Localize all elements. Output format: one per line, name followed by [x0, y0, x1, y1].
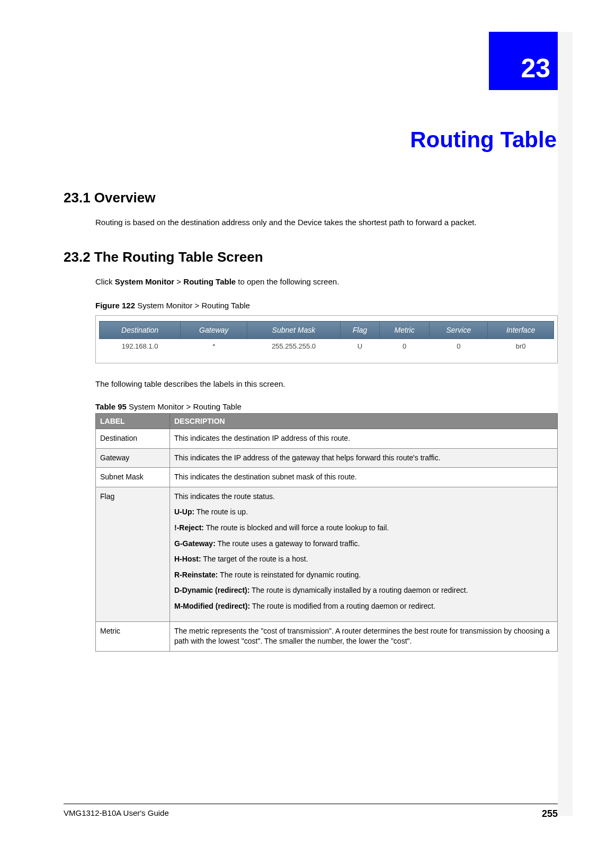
chapter-number-tab: 23: [489, 32, 558, 90]
cell-subnet-mask: 255.255.255.0: [247, 339, 341, 354]
desc-text-flag: This indicates the route status. U-Up: T…: [170, 487, 558, 621]
after-figure-text: The following table describes the labels…: [95, 378, 558, 389]
desc-label: Metric: [96, 621, 170, 651]
overview-paragraph: Routing is based on the destination addr…: [95, 217, 558, 228]
table-label: Table 95: [95, 402, 127, 411]
desc-header-label: LABEL: [96, 414, 170, 429]
routing-table-screenshot: Destination Gateway Subnet Mask Flag Met…: [95, 315, 558, 363]
desc-header-description: DESCRIPTION: [170, 414, 558, 429]
desc-row-destination: Destination This indicates the destinati…: [96, 429, 558, 449]
desc-row-flag: Flag This indicates the route status. U-…: [96, 487, 558, 621]
table-caption-text: System Monitor > Routing Table: [127, 402, 242, 411]
table-row: 192.168.1.0 * 255.255.255.0 U 0 0 br0: [100, 339, 554, 354]
flag-modified: M-Modified (redirect): The route is modi…: [174, 601, 553, 612]
side-strip: [558, 32, 573, 816]
cell-metric: 0: [379, 339, 429, 354]
desc-label: Subnet Mask: [96, 468, 170, 487]
col-flag: Flag: [340, 322, 379, 339]
section-heading-routing-table: 23.2 The Routing Table Screen: [64, 249, 558, 265]
flag-u-up: U-Up: The route is up.: [174, 507, 553, 518]
figure-caption: Figure 122 System Monitor > Routing Tabl…: [95, 301, 558, 310]
chapter-title: Routing Table: [64, 127, 558, 153]
col-gateway: Gateway: [181, 322, 247, 339]
flag-intro: This indicates the route status.: [174, 492, 553, 502]
desc-label: Flag: [96, 487, 170, 621]
flag-reinstate: R-Reinstate: The route is reinstated for…: [174, 570, 553, 581]
desc-header-row: LABEL DESCRIPTION: [96, 414, 558, 429]
intro-suffix: to open the following screen.: [236, 277, 339, 286]
routing-table-grid: Destination Gateway Subnet Mask Flag Met…: [99, 321, 554, 353]
desc-label: Destination: [96, 429, 170, 449]
footer-page-number: 255: [542, 808, 558, 820]
page-footer: VMG1312-B10A User's Guide 255: [64, 804, 558, 820]
chapter-number: 23: [521, 53, 550, 84]
table-header-row: Destination Gateway Subnet Mask Flag Met…: [100, 322, 554, 339]
section-heading-overview: 23.1 Overview: [64, 190, 558, 206]
desc-row-gateway: Gateway This indicates the IP address of…: [96, 448, 558, 468]
cell-flag: U: [340, 339, 379, 354]
cell-gateway: *: [181, 339, 247, 354]
flag-reject: !-Reject: The route is blocked and will …: [174, 523, 553, 533]
desc-text: This indicates the destination IP addres…: [170, 429, 558, 449]
col-interface: Interface: [488, 322, 554, 339]
intro-bold1: System Monitor: [115, 277, 175, 286]
intro-mid: >: [174, 277, 183, 286]
flag-host: H-Host: The target of the route is a hos…: [174, 554, 553, 565]
desc-text: This indicates the IP address of the gat…: [170, 448, 558, 468]
desc-text: The metric represents the "cost of trans…: [170, 621, 558, 651]
figure-label: Figure 122: [95, 301, 135, 310]
intro-bold2: Routing Table: [183, 277, 236, 286]
col-destination: Destination: [100, 322, 181, 339]
figure-caption-text: System Monitor > Routing Table: [135, 301, 250, 310]
table-caption: Table 95 System Monitor > Routing Table: [95, 402, 558, 411]
description-table: LABEL DESCRIPTION Destination This indic…: [95, 413, 558, 652]
flag-dynamic: D-Dynamic (redirect): The route is dynam…: [174, 585, 553, 596]
footer-doc-title: VMG1312-B10A User's Guide: [64, 808, 169, 820]
col-service: Service: [430, 322, 488, 339]
cell-service: 0: [430, 339, 488, 354]
cell-destination: 192.168.1.0: [100, 339, 181, 354]
routing-table-intro: Click System Monitor > Routing Table to …: [95, 276, 558, 287]
col-metric: Metric: [379, 322, 429, 339]
desc-row-metric: Metric The metric represents the "cost o…: [96, 621, 558, 651]
cell-interface: br0: [488, 339, 554, 354]
col-subnet-mask: Subnet Mask: [247, 322, 341, 339]
desc-row-subnet-mask: Subnet Mask This indicates the destinati…: [96, 468, 558, 487]
desc-label: Gateway: [96, 448, 170, 468]
flag-gateway: G-Gateway: The route uses a gateway to f…: [174, 539, 553, 549]
intro-prefix: Click: [95, 277, 115, 286]
desc-text: This indicates the destination subnet ma…: [170, 468, 558, 487]
